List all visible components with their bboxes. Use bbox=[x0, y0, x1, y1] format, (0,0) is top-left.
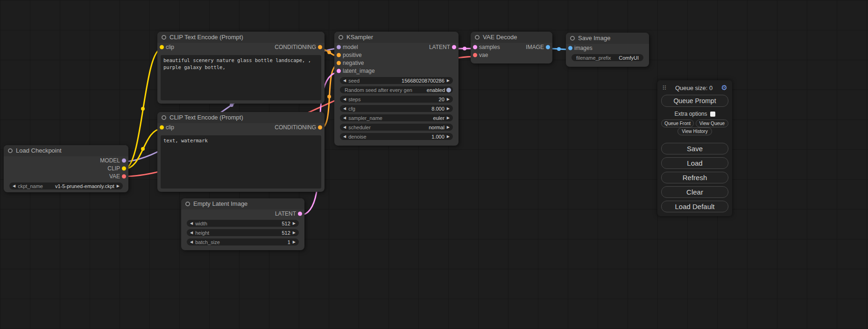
slot-row: model LATENT bbox=[334, 43, 459, 51]
widget-steps[interactable]: ◀ steps 20 ▶ bbox=[340, 96, 453, 103]
collapse-dot-icon[interactable] bbox=[162, 35, 166, 40]
increment-arrow-icon[interactable]: ▶ bbox=[447, 105, 450, 112]
widget-scheduler[interactable]: ◀ scheduler normal ▶ bbox=[340, 124, 453, 131]
output-dot-latent[interactable] bbox=[298, 211, 302, 216]
output-dot-conditioning[interactable] bbox=[318, 45, 322, 49]
decrement-arrow-icon[interactable]: ◀ bbox=[343, 105, 346, 112]
load-default-button[interactable]: Load Default bbox=[661, 201, 728, 212]
save-button[interactable]: Save bbox=[661, 143, 728, 154]
node-title-bar[interactable]: Empty Latent Image bbox=[181, 198, 304, 210]
widget-value: 512 bbox=[282, 221, 290, 226]
extra-options-checkbox[interactable] bbox=[710, 112, 715, 117]
node-load-checkpoint[interactable]: Load Checkpoint MODEL CLIP VAE ◀ ckpt_na… bbox=[4, 145, 128, 192]
slot-row: VAE bbox=[4, 172, 128, 180]
output-label-image: IMAGE bbox=[526, 44, 544, 50]
increment-arrow-icon[interactable]: ▶ bbox=[293, 220, 296, 227]
node-empty-latent-image[interactable]: Empty Latent Image LATENT ◀ width 512 ▶ … bbox=[181, 198, 304, 250]
output-dot-vae[interactable] bbox=[122, 174, 126, 178]
input-dot-images[interactable] bbox=[568, 46, 572, 50]
output-dot-clip[interactable] bbox=[122, 166, 126, 170]
collapse-dot-icon[interactable] bbox=[8, 148, 13, 153]
settings-gear-icon[interactable]: ⚙ bbox=[721, 84, 727, 91]
view-history-button[interactable]: View History bbox=[677, 127, 712, 135]
queue-front-button[interactable]: Queue Front bbox=[661, 119, 694, 127]
increment-arrow-icon[interactable]: ▶ bbox=[293, 238, 296, 245]
input-dot-vae[interactable] bbox=[473, 53, 477, 57]
wire-midpoint-dot bbox=[463, 47, 466, 50]
widget-cfg[interactable]: ◀ cfg 8.000 ▶ bbox=[340, 105, 453, 112]
input-label-clip: clip bbox=[166, 44, 174, 50]
view-queue-button[interactable]: View Queue bbox=[696, 119, 728, 127]
node-title-bar[interactable]: CLIP Text Encode (Prompt) bbox=[157, 112, 325, 123]
input-label-model: model bbox=[343, 44, 358, 50]
queue-prompt-button[interactable]: Queue Prompt bbox=[661, 95, 728, 107]
refresh-button[interactable]: Refresh bbox=[661, 172, 728, 183]
output-dot-model[interactable] bbox=[122, 158, 126, 162]
input-dot-model[interactable] bbox=[337, 45, 341, 49]
input-dot-samples[interactable] bbox=[473, 45, 477, 49]
decrement-arrow-icon[interactable]: ◀ bbox=[343, 133, 346, 140]
toggle-on-icon[interactable] bbox=[446, 88, 451, 92]
input-dot-negative[interactable] bbox=[337, 61, 341, 65]
widget-denoise[interactable]: ◀ denoise 1.000 ▶ bbox=[340, 133, 453, 140]
widget-ckpt-name[interactable]: ◀ ckpt_name v1-5-pruned-emaonly.ckpt ▶ bbox=[9, 182, 123, 189]
increment-arrow-icon[interactable]: ▶ bbox=[117, 182, 120, 189]
increment-arrow-icon[interactable]: ▶ bbox=[447, 124, 450, 131]
input-dot-clip[interactable] bbox=[160, 125, 164, 129]
node-clip-text-encode-positive[interactable]: CLIP Text Encode (Prompt) clip CONDITION… bbox=[157, 32, 325, 104]
decrement-arrow-icon[interactable]: ◀ bbox=[343, 114, 346, 121]
output-dot-image[interactable] bbox=[546, 45, 550, 49]
input-dot-latent-image[interactable] bbox=[337, 69, 341, 73]
increment-arrow-icon[interactable]: ▶ bbox=[447, 96, 450, 103]
widget-random-seed-toggle[interactable]: Random seed after every gen enabled bbox=[340, 86, 453, 93]
node-title: CLIP Text Encode (Prompt) bbox=[169, 34, 243, 41]
increment-arrow-icon[interactable]: ▶ bbox=[447, 77, 450, 84]
widget-sampler-name[interactable]: ◀ sampler_name euler ▶ bbox=[340, 114, 453, 121]
drag-handle-icon[interactable]: ⠿ bbox=[662, 84, 667, 91]
node-title-bar[interactable]: Save Image bbox=[566, 33, 649, 44]
increment-arrow-icon[interactable]: ▶ bbox=[293, 229, 296, 236]
load-button[interactable]: Load bbox=[661, 157, 728, 169]
prompt-textarea[interactable]: beautiful scenery nature glass bottle la… bbox=[161, 55, 321, 100]
widget-width[interactable]: ◀ width 512 ▶ bbox=[187, 220, 299, 227]
collapse-dot-icon[interactable] bbox=[339, 35, 343, 40]
collapse-dot-icon[interactable] bbox=[162, 115, 166, 120]
prompt-textarea[interactable]: text, watermark bbox=[161, 135, 321, 189]
decrement-arrow-icon[interactable]: ◀ bbox=[190, 229, 193, 236]
node-graph-canvas[interactable]: Load Checkpoint MODEL CLIP VAE ◀ ckpt_na… bbox=[0, 0, 868, 329]
collapse-dot-icon[interactable] bbox=[185, 202, 190, 206]
collapse-dot-icon[interactable] bbox=[570, 36, 575, 41]
clear-button[interactable]: Clear bbox=[661, 186, 728, 198]
node-save-image[interactable]: Save Image images filename_prefix ComfyU… bbox=[566, 33, 649, 67]
widget-batch-size[interactable]: ◀ batch_size 1 ▶ bbox=[187, 238, 299, 245]
output-dot-conditioning[interactable] bbox=[318, 125, 322, 129]
input-dot-clip[interactable] bbox=[160, 45, 164, 49]
decrement-arrow-icon[interactable]: ◀ bbox=[190, 220, 193, 227]
queue-panel: ⠿ Queue size: 0 ⚙ Queue Prompt Extra opt… bbox=[657, 80, 732, 216]
increment-arrow-icon[interactable]: ▶ bbox=[447, 133, 450, 140]
decrement-arrow-icon[interactable]: ◀ bbox=[343, 77, 346, 84]
increment-arrow-icon[interactable]: ▶ bbox=[447, 114, 450, 121]
collapse-dot-icon[interactable] bbox=[475, 35, 480, 40]
node-ksampler[interactable]: KSampler model LATENT positive negative … bbox=[334, 32, 459, 146]
input-dot-positive[interactable] bbox=[337, 53, 341, 57]
node-title-bar[interactable]: VAE Decode bbox=[471, 32, 552, 43]
node-title: Empty Latent Image bbox=[193, 200, 247, 207]
widget-seed[interactable]: ◀ seed 156680208700286 ▶ bbox=[340, 77, 453, 84]
node-title-bar[interactable]: Load Checkpoint bbox=[4, 145, 128, 156]
node-title-bar[interactable]: KSampler bbox=[334, 32, 459, 43]
output-dot-latent[interactable] bbox=[452, 45, 456, 49]
widget-name: denoise bbox=[348, 134, 367, 140]
decrement-arrow-icon[interactable]: ◀ bbox=[13, 182, 15, 189]
decrement-arrow-icon[interactable]: ◀ bbox=[343, 124, 346, 131]
node-clip-text-encode-negative[interactable]: CLIP Text Encode (Prompt) clip CONDITION… bbox=[157, 112, 325, 192]
slot-row: latent_image bbox=[334, 67, 459, 75]
widget-value: 1 bbox=[288, 239, 290, 245]
decrement-arrow-icon[interactable]: ◀ bbox=[190, 238, 193, 245]
widget-value: 156680208700286 bbox=[402, 78, 445, 84]
widget-height[interactable]: ◀ height 512 ▶ bbox=[187, 229, 299, 236]
node-vae-decode[interactable]: VAE Decode samples IMAGE vae bbox=[471, 32, 552, 63]
decrement-arrow-icon[interactable]: ◀ bbox=[343, 96, 346, 103]
widget-filename-prefix[interactable]: filename_prefix ComfyUI bbox=[572, 54, 643, 61]
node-title-bar[interactable]: CLIP Text Encode (Prompt) bbox=[157, 32, 325, 43]
